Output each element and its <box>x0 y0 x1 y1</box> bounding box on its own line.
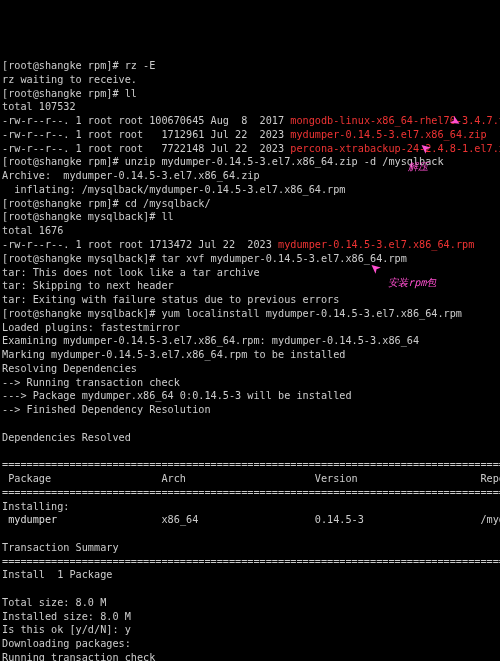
terminal-line: --> Finished Dependency Resolution <box>2 404 211 415</box>
terminal-line: Resolving Dependencies <box>2 363 137 374</box>
terminal-line: [root@shangke mysqlback]# ll <box>2 211 174 222</box>
text-segment: [root@shangke rpm]# unzip mydumper-0.14.… <box>2 156 444 167</box>
terminal-line: ========================================… <box>2 556 500 567</box>
terminal-line: -rw-r--r--. 1 root root 1712961 Jul 22 2… <box>2 129 487 140</box>
terminal-line: [root@shangke rpm]# cd /mysqlback/ <box>2 198 211 209</box>
terminal-line: Transaction Summary <box>2 542 119 553</box>
terminal-line: [root@shangke mysqlback]# yum localinsta… <box>2 308 462 319</box>
terminal-line: total 107532 <box>2 101 76 112</box>
terminal-line: Marking mydumper-0.14.5-3.el7.x86_64.rpm… <box>2 349 345 360</box>
terminal-line: tar: This does not look like a tar archi… <box>2 267 260 278</box>
terminal-line: -rw-r--r--. 1 root root 100670645 Aug 8 … <box>2 115 500 126</box>
text-segment: tar: Skipping to next header <box>2 280 174 291</box>
text-segment: Install 1 Package <box>2 569 112 580</box>
terminal-line: mydumper x86_64 0.14.5-3 /myda <box>2 514 500 525</box>
text-segment: [root@shangke rpm]# cd /mysqlback/ <box>2 198 211 209</box>
terminal-line: rz waiting to receive. <box>2 74 137 85</box>
terminal-line: Running transaction check <box>2 652 155 661</box>
terminal-line: [root@shangke rpm]# unzip mydumper-0.14.… <box>2 156 444 167</box>
text-segment: Examining mydumper-0.14.5-3.el7.x86_64.r… <box>2 335 419 346</box>
text-segment: Dependencies Resolved <box>2 432 131 443</box>
text-segment: Installing: <box>2 501 69 512</box>
text-segment: ========================================… <box>2 487 500 498</box>
text-segment: Resolving Dependencies <box>2 363 137 374</box>
terminal-line: Installing: <box>2 501 69 512</box>
terminal-line: [root@shangke mysqlback]# tar xvf mydump… <box>2 253 407 264</box>
text-segment: ========================================… <box>2 459 500 470</box>
text-segment: --> Running transaction check <box>2 377 180 388</box>
text-segment: -rw-r--r--. 1 root root 100670645 Aug 8 … <box>2 115 290 126</box>
terminal-line: --> Running transaction check <box>2 377 180 388</box>
text-segment: Downloading packages: <box>2 638 131 649</box>
text-segment: total 107532 <box>2 101 76 112</box>
text-segment: percona-xtrabackup-24-2.4.8-1.el7.x86_64… <box>290 143 500 154</box>
text-segment: Transaction Summary <box>2 542 119 553</box>
text-segment: ---> Package mydumper.x86_64 0:0.14.5-3 … <box>2 390 352 401</box>
terminal-line: Archive: mydumper-0.14.5-3.el7.x86_64.zi… <box>2 170 260 181</box>
terminal-line: ========================================… <box>2 487 500 498</box>
terminal-window[interactable]: [root@shangke rpm]# rz -E rz waiting to … <box>0 55 500 661</box>
terminal-line: Installed size: 8.0 M <box>2 611 131 622</box>
text-segment: --> Finished Dependency Resolution <box>2 404 211 415</box>
text-segment: Total size: 8.0 M <box>2 597 106 608</box>
terminal-line: Dependencies Resolved <box>2 432 131 443</box>
terminal-line: Package Arch Version Repos <box>2 473 500 484</box>
terminal-line: Downloading packages: <box>2 638 131 649</box>
text-segment: mydumper-0.14.5-3.el7.x86_64.rpm <box>278 239 474 250</box>
text-segment: [root@shangke mysqlback]# ll <box>2 211 174 222</box>
text-segment: -rw-r--r--. 1 root root 1712961 Jul 22 2… <box>2 129 290 140</box>
text-segment: Loaded plugins: fastestmirror <box>2 322 180 333</box>
text-segment: rz waiting to receive. <box>2 74 137 85</box>
text-segment: ========================================… <box>2 556 500 567</box>
text-segment: total 1676 <box>2 225 63 236</box>
annotation-label: 安装rpm包 <box>388 276 436 290</box>
terminal-line: tar: Skipping to next header <box>2 280 174 291</box>
text-segment: Is this ok [y/d/N]: y <box>2 624 131 635</box>
text-segment: [root@shangke mysqlback]# tar xvf mydump… <box>2 253 407 264</box>
annotation-arrow: ➤ <box>450 110 461 134</box>
terminal-line: -rw-r--r--. 1 root root 1713472 Jul 22 2… <box>2 239 474 250</box>
text-segment: Installed size: 8.0 M <box>2 611 131 622</box>
annotation-arrow: ➤ <box>420 135 431 159</box>
terminal-line: Total size: 8.0 M <box>2 597 106 608</box>
terminal-line: Install 1 Package <box>2 569 112 580</box>
text-segment: mongodb-linux-x86_64-rhel70-3.4.7.tgz <box>290 115 500 126</box>
text-segment: Marking mydumper-0.14.5-3.el7.x86_64.rpm… <box>2 349 345 360</box>
text-segment: -rw-r--r--. 1 root root 1713472 Jul 22 2… <box>2 239 278 250</box>
text-segment: Running transaction check <box>2 652 155 661</box>
terminal-line: Is this ok [y/d/N]: y <box>2 624 131 635</box>
terminal-line: tar: Exiting with failure status due to … <box>2 294 339 305</box>
text-segment: x86_64 0.14.5-3 /myda <box>57 514 500 525</box>
terminal-line: Examining mydumper-0.14.5-3.el7.x86_64.r… <box>2 335 419 346</box>
text-segment: tar: Exiting with failure status due to … <box>2 294 339 305</box>
terminal-line: Loaded plugins: fastestmirror <box>2 322 180 333</box>
text-segment: -rw-r--r--. 1 root root 7722148 Jul 22 2… <box>2 143 290 154</box>
text-segment: [root@shangke mysqlback]# yum localinsta… <box>2 308 462 319</box>
text-segment: Archive: mydumper-0.14.5-3.el7.x86_64.zi… <box>2 170 260 181</box>
text-segment: Package Arch Version Repos <box>2 473 500 484</box>
terminal-line: total 1676 <box>2 225 63 236</box>
annotation-arrow: ➤ <box>370 255 381 279</box>
text-segment: [root@shangke rpm]# ll <box>2 88 137 99</box>
terminal-line: [root@shangke rpm]# ll <box>2 88 137 99</box>
text-segment: [root@shangke rpm]# rz -E <box>2 60 155 71</box>
terminal-line: inflating: /mysqlback/mydumper-0.14.5-3.… <box>2 184 345 195</box>
terminal-line: ========================================… <box>2 459 500 470</box>
text-segment: tar: This does not look like a tar archi… <box>2 267 260 278</box>
annotation-label: 解压 <box>408 160 428 174</box>
text-segment: mydumper <box>8 514 57 525</box>
terminal-line: ---> Package mydumper.x86_64 0:0.14.5-3 … <box>2 390 352 401</box>
terminal-line: [root@shangke rpm]# rz -E <box>2 60 155 71</box>
text-segment: inflating: /mysqlback/mydumper-0.14.5-3.… <box>2 184 345 195</box>
